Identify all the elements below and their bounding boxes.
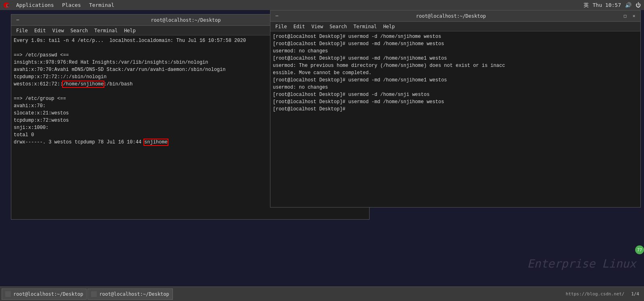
- term2-line-5: essible. Move cannot be completed.: [273, 69, 638, 77]
- clock: Thu 10:57: [593, 2, 621, 8]
- top-bar-left: 🎩 Applications Places Terminal: [3, 1, 118, 9]
- menu-edit-2[interactable]: Edit: [290, 23, 308, 30]
- taskbar-label-1: root@localhost:~/Desktop: [13, 291, 83, 297]
- term2-line-6: [root@localhost Desktop]# usermod -md /h…: [273, 77, 638, 84]
- menu-help-1[interactable]: Help: [121, 27, 139, 34]
- term2-line-3: [root@localhost Desktop]# usermod -md /h…: [273, 55, 638, 62]
- terminal-title-2: root@localhost:~/Desktop: [280, 13, 622, 19]
- menu-terminal-1[interactable]: Terminal: [91, 27, 121, 34]
- scroll-indicator[interactable]: 77: [635, 245, 644, 254]
- terminal-titlebar-2: ─ root@localhost:~/Desktop □ ✕: [270, 10, 640, 22]
- terminal-body-2: [root@localhost Desktop]# usermod -d /ho…: [270, 31, 640, 207]
- redhat-logo: 🎩: [3, 2, 10, 8]
- terminal-window-2: ─ root@localhost:~/Desktop □ ✕ File Edit…: [270, 10, 641, 208]
- term2-line-9: [root@localhost Desktop]# usermod -md /h…: [273, 98, 638, 106]
- close-btn-2[interactable]: ✕: [631, 13, 637, 19]
- highlight-home-snjihome: /home/snjihome: [63, 81, 104, 87]
- taskbar-label-2: root@localhost:~/Desktop: [99, 291, 169, 297]
- highlight-snjihome: snjihome: [144, 139, 168, 145]
- blog-url: https://blog.csdn.net/: [566, 291, 625, 297]
- menu-help-2[interactable]: Help: [380, 23, 398, 30]
- top-menu-bar: 🎩 Applications Places Terminal 英 Thu 10:…: [0, 0, 644, 10]
- term2-line-7: usermod: no changes: [273, 84, 638, 91]
- menu-file-1[interactable]: File: [13, 27, 31, 34]
- volume-icon[interactable]: 🔊: [625, 2, 632, 8]
- taskbar-item-2[interactable]: root@localhost:~/Desktop: [87, 289, 172, 300]
- term2-line-4: usermod: The previous home directory (/h…: [273, 62, 638, 69]
- power-icon[interactable]: ⏻: [636, 2, 641, 8]
- minimize-btn-1[interactable]: ─: [15, 17, 21, 23]
- page-indicator: 1/4: [631, 291, 639, 297]
- titlebar-winctrl-2: □ ✕: [622, 13, 637, 19]
- term2-line-10: [root@localhost Desktop]#: [273, 106, 638, 113]
- desktop: ─ root@localhost:~/Desktop □ ✕ File Edit…: [0, 10, 644, 286]
- top-bar-right: 英 Thu 10:57 🔊 ⏻: [584, 2, 641, 9]
- term2-line-1: [root@localhost Desktop]# usermod -md /h…: [273, 40, 638, 48]
- restore-btn-2[interactable]: □: [622, 13, 628, 19]
- titlebar-controls-1: ─: [15, 17, 21, 23]
- taskbar: root@localhost:~/Desktop root@localhost:…: [0, 286, 644, 301]
- menu-search-1[interactable]: Search: [67, 27, 91, 34]
- menu-edit-1[interactable]: Edit: [31, 27, 49, 34]
- language-indicator: 英: [584, 2, 589, 9]
- applications-menu[interactable]: Applications: [13, 1, 57, 9]
- taskbar-icon-1: [5, 291, 11, 297]
- svg-text:🎩: 🎩: [5, 3, 10, 8]
- menu-terminal-2[interactable]: Terminal: [350, 23, 380, 30]
- taskbar-item-1[interactable]: root@localhost:~/Desktop: [2, 289, 87, 300]
- term2-line-0: [root@localhost Desktop]# usermod -d /ho…: [273, 33, 638, 40]
- menu-file-2[interactable]: File: [272, 23, 290, 30]
- taskbar-right: https://blog.csdn.net/ 1/4: [566, 291, 642, 297]
- places-menu[interactable]: Places: [59, 1, 84, 9]
- terminal-menubar-2: File Edit View Search Terminal Help: [270, 22, 640, 31]
- minimize-btn-2[interactable]: ─: [274, 13, 280, 19]
- term2-line-2: usermod: no changes: [273, 48, 638, 55]
- enterprise-watermark: Enterprise Linux: [527, 257, 636, 270]
- titlebar-controls-2: ─: [274, 13, 280, 19]
- terminal-menu[interactable]: Terminal: [86, 1, 118, 9]
- menu-view-1[interactable]: View: [49, 27, 67, 34]
- term2-line-8: [root@localhost Desktop]# usermod -d /ho…: [273, 91, 638, 98]
- menu-search-2[interactable]: Search: [326, 23, 350, 30]
- taskbar-icon-2: [91, 291, 97, 297]
- menu-view-2[interactable]: View: [308, 23, 326, 30]
